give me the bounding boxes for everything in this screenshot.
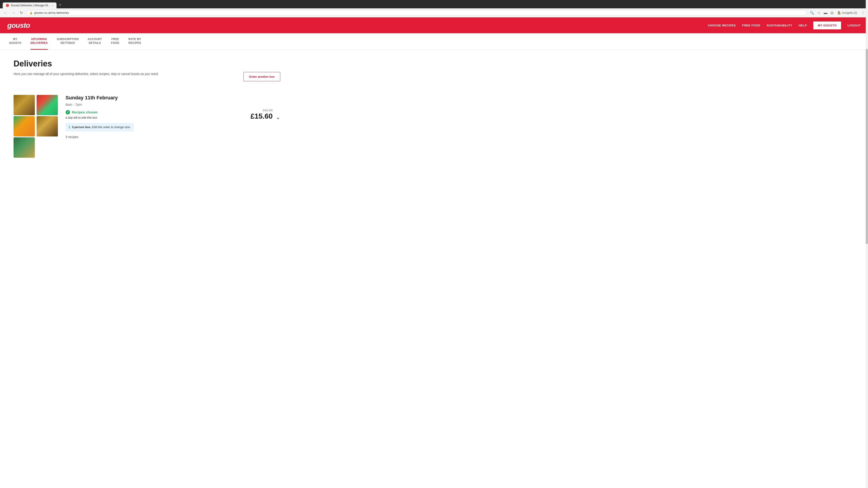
reload-button[interactable]: ↻ (19, 10, 24, 16)
original-price: £41.99 (250, 108, 273, 112)
recipes-count: 5 recipes (66, 135, 244, 139)
top-nav-links: CHOOSE RECIPES FREE FOOD SUSTAINABILITY … (708, 22, 861, 29)
nav-choose-recipes[interactable]: CHOOSE RECIPES (708, 24, 736, 27)
browser-toolbar: ← → ↻ 🔒 gousto.co.uk/my-deliveries 🔍 ☆ ▬… (0, 8, 868, 18)
box-info-bold: 2-person box. (72, 125, 91, 129)
toolbar-icons: 🔍 ☆ ▬ ◎ 🕵 Incognito (2) ⋮ (809, 10, 866, 16)
subnav-subscription-settings-label: SUBSCRIPTIONSETTINGS (57, 37, 79, 44)
delivery-date: Sunday 11th February (66, 95, 244, 101)
order-another-box-button[interactable]: Order another box (243, 72, 280, 81)
top-navigation: gousto CHOOSE RECIPES FREE FOOD SUSTAINA… (0, 18, 868, 33)
subnav-upcoming-deliveries-label: UPCOMINGDELIVERIES (31, 37, 48, 44)
subnav-subscription-settings[interactable]: SUBSCRIPTIONSETTINGS (57, 33, 79, 50)
box-info-text: Edit this order to change size. (91, 125, 131, 129)
expand-chevron-icon[interactable]: ⌄ (276, 114, 280, 121)
extensions-icon[interactable]: ▬ (823, 10, 828, 16)
my-gousto-button[interactable]: MY GOUSTO (813, 22, 841, 29)
active-tab[interactable]: Gousto Deliveries | Manage All... × (3, 2, 57, 8)
box-info: 2-person box. Edit this order to change … (72, 125, 131, 129)
food-image-5 (13, 137, 35, 158)
main-content: Deliveries Here you can manage all of yo… (0, 50, 294, 171)
info-icon: ℹ (69, 125, 70, 129)
browser-chrome: Gousto Deliveries | Manage All... × + (0, 0, 868, 8)
incognito-label: Incognito (2) (842, 11, 857, 14)
nav-sustainability[interactable]: SUSTAINABILITY (767, 24, 793, 27)
profile-icon[interactable]: ◎ (830, 10, 835, 16)
scrollbar[interactable] (866, 0, 868, 171)
nav-help[interactable]: HELP (799, 24, 807, 27)
food-image-3 (13, 116, 35, 136)
recipes-chosen-status: ✓ Recipes chosen (66, 110, 244, 115)
subnav-account-details[interactable]: ACCOUNTDETAILS (88, 33, 102, 50)
subnav-rate-my-recipes[interactable]: RATE MYRECIPES (128, 33, 141, 50)
tab-favicon (6, 4, 9, 7)
delivery-price: £41.99 £15.60 ⌄ (250, 95, 280, 121)
subnav-my-gousto[interactable]: MYGOUSTO (9, 33, 22, 50)
subnav-account-details-label: ACCOUNTDETAILS (88, 37, 102, 44)
subnav-upcoming-deliveries[interactable]: UPCOMINGDELIVERIES (31, 33, 48, 50)
delivery-card: Sunday 11th February 8am - 7pm ✓ Recipes… (13, 90, 280, 162)
incognito-icon: 🕵 (838, 11, 841, 14)
delivery-time: 8am - 7pm (66, 103, 244, 106)
tab-title: Gousto Deliveries | Manage All... (11, 4, 50, 7)
search-icon[interactable]: 🔍 (809, 10, 815, 16)
nav-free-food[interactable]: FREE FOOD (742, 24, 760, 27)
food-image-4 (37, 116, 58, 136)
deliveries-header: Here you can manage all of your upcoming… (13, 72, 280, 81)
food-image-2 (37, 95, 58, 115)
menu-icon[interactable]: ⋮ (860, 10, 866, 16)
incognito-button[interactable]: 🕵 Incognito (2) (836, 10, 859, 15)
tab-close-button[interactable]: × (52, 4, 53, 7)
bookmark-icon[interactable]: ☆ (816, 10, 822, 16)
check-circle-icon: ✓ (66, 110, 70, 115)
subnav-free-food-label: FREEFOOD (111, 37, 119, 44)
edit-note: a day left to edit this box (66, 116, 244, 119)
logout-button[interactable]: LOGOUT (847, 24, 861, 27)
delivery-details: Sunday 11th February 8am - 7pm ✓ Recipes… (66, 95, 244, 139)
page-description: Here you can manage all of your upcoming… (13, 72, 235, 76)
current-price: £15.60 (250, 112, 273, 121)
subnav-free-food[interactable]: FREEFOOD (111, 33, 119, 50)
page-title: Deliveries (13, 59, 280, 68)
food-images-grid (13, 95, 59, 158)
scrollbar-thumb[interactable] (866, 49, 868, 171)
food-image-1 (13, 95, 35, 115)
price-stack: £41.99 £15.60 (250, 108, 273, 121)
subnav-rate-my-recipes-label: RATE MYRECIPES (128, 37, 141, 44)
forward-button[interactable]: → (10, 10, 17, 16)
address-lock-icon: 🔒 (29, 11, 33, 14)
recipes-chosen-label: Recipes chosen (72, 110, 98, 114)
address-bar[interactable]: 🔒 gousto.co.uk/my-deliveries (26, 10, 807, 16)
gousto-logo[interactable]: gousto (7, 21, 30, 30)
sub-navigation: MYGOUSTO UPCOMINGDELIVERIES SUBSCRIPTION… (0, 33, 868, 50)
address-text: gousto.co.uk/my-deliveries (34, 11, 69, 14)
info-box: ℹ 2-person box. Edit this order to chang… (66, 123, 134, 131)
new-tab-button[interactable]: + (57, 2, 64, 8)
subnav-my-gousto-label: MYGOUSTO (9, 37, 22, 44)
browser-tabs: Gousto Deliveries | Manage All... × + (3, 2, 865, 8)
back-button[interactable]: ← (2, 10, 8, 16)
